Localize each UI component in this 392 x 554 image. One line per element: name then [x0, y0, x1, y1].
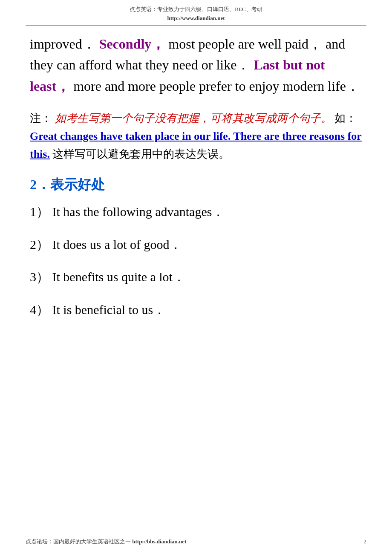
list-item-4-text: It is beneficial to us．: [52, 303, 166, 317]
intro-end-text: more and more people prefer to enjoy mod…: [73, 78, 360, 94]
intro-before-secondly: improved．: [30, 36, 96, 52]
section2-heading: 2．表示好处: [30, 176, 362, 194]
note-ru: 如：: [334, 112, 357, 124]
intro-paragraph: improved． Secondly， most people are well…: [30, 34, 362, 97]
note-trailing: 这样写可以避免套用中的表达失误。: [52, 148, 230, 160]
footer-left-link: http://bbs.diandian.net: [132, 538, 186, 545]
list-item-3-text: It benefits us quite a lot．: [52, 270, 185, 284]
list-item-3-num: 3）: [30, 270, 49, 284]
page-footer: 点点论坛：国内最好的大学生英语社区之一 http://bbs.diandian.…: [26, 538, 366, 545]
list-item-1: 1） It has the following advantages．: [30, 202, 362, 222]
footer-left-text: 点点论坛：国内最好的大学生英语社区之一: [26, 538, 131, 545]
header-line2: http://www.diandian.net: [26, 14, 366, 23]
page: 点点英语：专业致力于四六级、口译口语、BEC、考研 http://www.dia…: [0, 0, 392, 554]
header-line1: 点点英语：专业致力于四六级、口译口语、BEC、考研: [26, 5, 366, 14]
list-item-4: 4） It is beneficial to us．: [30, 300, 362, 320]
footer-page-number: 2: [364, 538, 367, 545]
list-item-4-num: 4）: [30, 303, 49, 317]
list-item-1-num: 1）: [30, 205, 49, 219]
note-section: 注： 如考生写第一个句子没有把握，可将其改写成两个句子。 如： Great ch…: [30, 110, 362, 163]
footer-left: 点点论坛：国内最好的大学生英语社区之一 http://bbs.diandian.…: [26, 538, 186, 545]
header-divider: [26, 26, 366, 26]
list-item-2-text: It does us a lot of good．: [52, 237, 182, 251]
main-content: improved． Secondly， most people are well…: [26, 34, 366, 320]
note-label: 注：: [30, 112, 52, 124]
page-header: 点点英语：专业致力于四六级、口译口语、BEC、考研 http://www.dia…: [26, 0, 366, 26]
secondly-highlight: Secondly，: [99, 36, 165, 52]
list-item-2-num: 2）: [30, 237, 49, 251]
list-item-3: 3） It benefits us quite a lot．: [30, 267, 362, 287]
note-italic-text: 如考生写第一个句子没有把握，可将其改写成两个句子。: [55, 112, 332, 124]
list-item-1-text: It has the following advantages．: [52, 205, 225, 219]
list-item-2: 2） It does us a lot of good．: [30, 235, 362, 255]
